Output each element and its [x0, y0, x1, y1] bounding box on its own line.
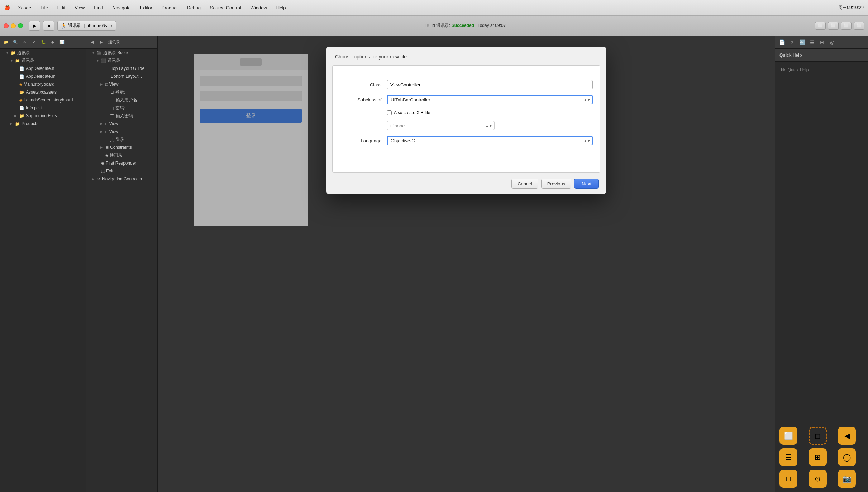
menu-find[interactable]: Find: [92, 4, 104, 11]
previous-button[interactable]: Previous: [541, 179, 572, 189]
subclass-select[interactable]: UITabBarController UIViewController UITa…: [387, 95, 593, 104]
inspector-back[interactable]: ◀: [838, 427, 856, 445]
device-select[interactable]: iPhone iPad: [387, 121, 495, 130]
debug-nav-btn[interactable]: 🐛: [39, 38, 47, 46]
nav-item-input-user[interactable]: [F] 输入用户名: [86, 96, 157, 104]
sidebar-item-appdelegate-h[interactable]: 📄 AppDelegate.h: [0, 65, 86, 72]
sidebar-item-appdelegate-m[interactable]: 📄 AppDelegate.m: [0, 72, 86, 80]
sidebar-item-tongxun-child[interactable]: ▼ 📁 通讯录: [0, 57, 86, 65]
cancel-button[interactable]: Cancel: [511, 179, 538, 189]
nav-item-pwd-label[interactable]: [L] 密码:: [86, 104, 157, 112]
language-select[interactable]: Objective-C Swift: [387, 136, 593, 145]
menu-view[interactable]: View: [73, 4, 86, 11]
inspector-grid[interactable]: ⊞: [809, 448, 827, 466]
nav-item-tongxun[interactable]: ▼ ⬛ 通讯录: [86, 57, 157, 65]
run-button[interactable]: ▶: [29, 21, 40, 31]
nav-item-nav-controller[interactable]: ▶ 🗂 Navigation Controller...: [86, 175, 157, 183]
storyboard-canvas[interactable]: 登录 Choose options for your new file: Cla…: [158, 36, 775, 492]
main-toolbar: ▶ ■ 🏃 通讯录 | iPhone 6s ▼ Build 通讯录: Succe…: [0, 16, 868, 36]
first-responder-label: First Responder: [106, 161, 136, 166]
menu-window[interactable]: Window: [249, 4, 268, 11]
pwd-field-icon: [F]: [110, 114, 114, 118]
xib-checkbox[interactable]: [387, 110, 392, 115]
inspector-list[interactable]: ☰: [779, 448, 797, 466]
maximize-button[interactable]: [18, 23, 23, 28]
bottom-layout-label: Bottom Layout...: [111, 74, 142, 79]
test-nav-btn[interactable]: ✓: [30, 38, 38, 46]
nav-item-view2[interactable]: ▶ □ View: [86, 120, 157, 128]
menu-xcode[interactable]: Xcode: [16, 4, 33, 11]
folder-nav-btn[interactable]: 📁: [2, 38, 10, 46]
nav-item-btn[interactable]: [B] 登录: [86, 136, 157, 143]
inspector-circle[interactable]: ◯: [838, 448, 856, 466]
storyboard-icon: ◈: [19, 82, 22, 87]
nav-item-bottom-layout[interactable]: — Bottom Layout...: [86, 72, 157, 80]
breakpoint-nav-btn[interactable]: ◆: [49, 38, 57, 46]
menu-navigate[interactable]: Navigate: [111, 4, 132, 11]
report-nav-btn[interactable]: 📊: [58, 38, 66, 46]
sidebar-item-supporting[interactable]: ▶ 📁 Supporting Files: [0, 112, 86, 120]
inspector-attributes-btn[interactable]: ☰: [808, 38, 816, 46]
scheme-name: 通讯录: [68, 23, 81, 29]
sidebar-item-assets[interactable]: 📂 Assets.xcassets: [0, 88, 86, 96]
nav-item-tongxun-scene[interactable]: ▼ 🎬 通讯录 Scene: [86, 49, 157, 57]
build-status-area: Build 通讯录: Succeeded | Today at 09:07: [119, 23, 812, 29]
minimize-button[interactable]: [11, 23, 16, 28]
class-input[interactable]: [387, 80, 593, 89]
btn-icon: [B]: [110, 137, 114, 142]
sidebar-item-root[interactable]: ▼ 📁 通讯录: [0, 49, 86, 57]
inspector-dashed-square[interactable]: ◻: [809, 427, 827, 445]
menu-source-control[interactable]: Source Control: [209, 4, 243, 11]
menu-editor[interactable]: Editor: [139, 4, 154, 11]
inspector-square1[interactable]: ⬜: [779, 427, 797, 445]
nav-item-view[interactable]: ▶ □ View: [86, 80, 157, 88]
menubar: 🍎 Xcode File Edit View Find Navigate Edi…: [0, 0, 868, 16]
nav-item-denglu-label[interactable]: [L] 登录:: [86, 88, 157, 96]
nav-forward-btn[interactable]: ▶: [97, 38, 105, 46]
nav-item-input-pwd[interactable]: [F] 输入密码: [86, 112, 157, 120]
inspector-toggle[interactable]: ⬜: [854, 22, 864, 30]
language-label: Language:: [340, 138, 383, 143]
sidebar-item-plist[interactable]: 📄 Info.plist: [0, 104, 86, 112]
nav-back-btn[interactable]: ◀: [88, 38, 96, 46]
menu-product[interactable]: Product: [160, 4, 179, 11]
close-button[interactable]: [4, 23, 9, 28]
scheme-selector[interactable]: 🏃 通讯录 | iPhone 6s ▼: [57, 21, 116, 31]
dialog-header: Choose options for your new file:: [326, 47, 606, 65]
menu-debug[interactable]: Debug: [186, 4, 202, 11]
warning-nav-btn[interactable]: ⚠: [21, 38, 29, 46]
nav-item-constraints[interactable]: ▶ ⊞ Constraints: [86, 143, 157, 151]
inspector-app-icon[interactable]: ⊙: [809, 470, 827, 488]
scene-icon: 🎬: [97, 51, 102, 55]
stop-button[interactable]: ■: [43, 21, 54, 31]
inspector-camera[interactable]: 📷: [838, 470, 856, 488]
inspector-size-btn[interactable]: ⊞: [818, 38, 826, 46]
supporting-icon: 📁: [19, 114, 24, 118]
sidebar-item-main-storyboard[interactable]: ◈ Main.storyboard: [0, 80, 86, 88]
apple-menu[interactable]: 🍎: [4, 5, 10, 10]
menu-edit[interactable]: Edit: [56, 4, 67, 11]
inspector-file-btn[interactable]: 📄: [778, 38, 786, 46]
nav-item-exit[interactable]: ⬚ Exit: [86, 167, 157, 175]
search-nav-btn[interactable]: 🔍: [11, 38, 19, 46]
navigator-toggle[interactable]: ⬜: [815, 22, 826, 30]
debug-toggle[interactable]: ⬜: [828, 22, 839, 30]
menu-file[interactable]: File: [39, 4, 49, 11]
h-file-icon: 📄: [19, 66, 24, 71]
nav-item-top-layout[interactable]: — Top Layout Guide: [86, 65, 157, 72]
quick-help-content: No Quick Help: [775, 62, 868, 422]
view3-label: View: [109, 129, 119, 134]
nav-item-first-responder[interactable]: ⊕ First Responder: [86, 159, 157, 167]
inspector-connections-btn[interactable]: ◎: [828, 38, 836, 46]
inspector-identity-btn[interactable]: 🔤: [798, 38, 806, 46]
sidebar-item-launchscreen[interactable]: ◈ LaunchScreen.storyboard: [0, 96, 86, 104]
inspector-quickhelp-btn[interactable]: ?: [788, 38, 796, 46]
menu-help[interactable]: Help: [275, 4, 287, 11]
assistant-toggle[interactable]: ⬜: [841, 22, 852, 30]
inspector-square2[interactable]: □: [779, 470, 797, 488]
nav-item-view3[interactable]: ▶ □ View: [86, 128, 157, 136]
child-label: 通讯录: [22, 58, 34, 64]
nav-item-tongxun2[interactable]: ◈ 通讯录: [86, 151, 157, 159]
next-button[interactable]: Next: [574, 179, 599, 189]
sidebar-item-products[interactable]: ▶ 📁 Products: [0, 120, 86, 128]
